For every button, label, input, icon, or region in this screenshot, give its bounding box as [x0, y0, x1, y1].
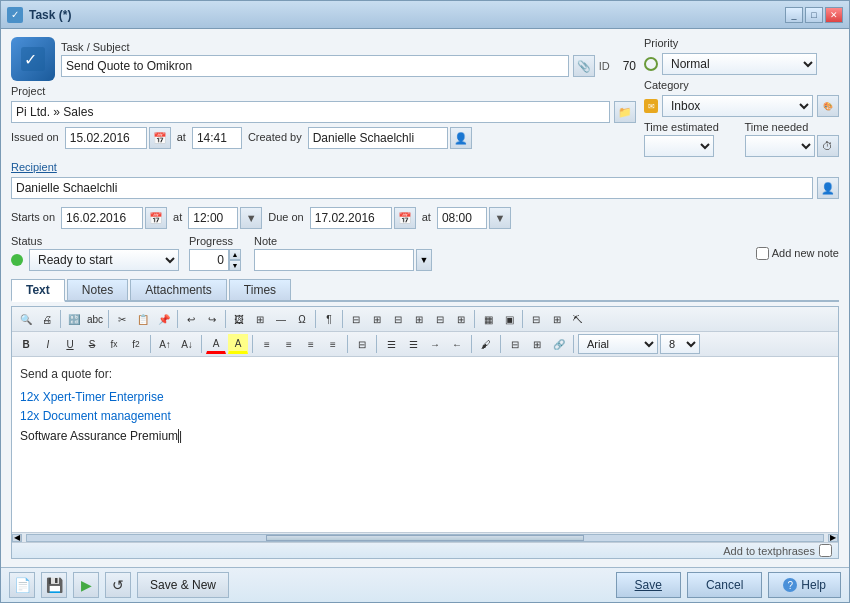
outdent-button[interactable]: ←	[447, 334, 467, 354]
border-icon[interactable]: ▦	[478, 309, 498, 329]
hr-icon[interactable]: —	[271, 309, 291, 329]
run-button[interactable]: ▶	[73, 572, 99, 598]
due-time-input[interactable]	[437, 207, 487, 229]
save-and-new-button[interactable]: Save & New	[137, 572, 229, 598]
table-props-button[interactable]: ⊟	[505, 334, 525, 354]
due-time-picker-button[interactable]: ▼	[489, 207, 511, 229]
scrollbar-thumb[interactable]	[266, 535, 584, 541]
cancel-button[interactable]: Cancel	[687, 572, 762, 598]
minimize-button[interactable]: _	[785, 7, 803, 23]
table-icon[interactable]: ⊞	[250, 309, 270, 329]
copy-icon[interactable]: 📋	[133, 309, 153, 329]
created-by-browse-button[interactable]: 👤	[450, 127, 472, 149]
highlight-button[interactable]: A	[228, 334, 248, 354]
tab-times[interactable]: Times	[229, 279, 291, 300]
cut-icon[interactable]: ✂	[112, 309, 132, 329]
justify-button[interactable]: ≡	[323, 334, 343, 354]
progress-up-button[interactable]: ▲	[229, 249, 241, 260]
print-icon[interactable]: 🖨	[37, 309, 57, 329]
editor-scrollbar[interactable]: ◀ ▶	[12, 532, 838, 542]
clear-icon[interactable]: ⊞	[547, 309, 567, 329]
more-icon[interactable]: ⛏	[568, 309, 588, 329]
starts-time-input[interactable]	[188, 207, 238, 229]
select-all-icon[interactable]: ⊟	[526, 309, 546, 329]
del-col-icon[interactable]: ⊟	[430, 309, 450, 329]
symbol-icon[interactable]: Ω	[292, 309, 312, 329]
status-select[interactable]: Ready to start Not started In progress C…	[29, 249, 179, 271]
spellcheck-icon[interactable]: abc	[85, 309, 105, 329]
subject-action-button[interactable]: 📎	[573, 55, 595, 77]
image-icon[interactable]: 🖼	[229, 309, 249, 329]
textphrases-checkbox[interactable]	[819, 544, 832, 557]
time-estimated-select[interactable]	[644, 135, 714, 157]
time-needed-select[interactable]	[745, 135, 815, 157]
redo-icon[interactable]: ↪	[202, 309, 222, 329]
subscript2-button[interactable]: ⊟	[352, 334, 372, 354]
maximize-button[interactable]: □	[805, 7, 823, 23]
hyperlink-button[interactable]: 🔗	[549, 334, 569, 354]
starts-date-input[interactable]	[61, 207, 143, 229]
font-size-up-button[interactable]: A↑	[155, 334, 175, 354]
progress-input[interactable]	[189, 249, 229, 271]
scroll-left-button[interactable]: ◀	[12, 534, 22, 542]
strikethrough-button[interactable]: S	[82, 334, 102, 354]
find-replace-icon[interactable]: 🔡	[64, 309, 84, 329]
due-date-input[interactable]	[310, 207, 392, 229]
add-note-checkbox[interactable]	[756, 247, 769, 260]
scrollbar-track[interactable]	[26, 534, 824, 542]
task-subject-input[interactable]	[61, 55, 569, 77]
help-button[interactable]: ? Help	[768, 572, 841, 598]
scroll-right-button[interactable]: ▶	[828, 534, 838, 542]
category-select[interactable]: Inbox Work Personal	[662, 95, 813, 117]
superscript-button[interactable]: f2	[126, 334, 146, 354]
cell-props-button[interactable]: ⊞	[527, 334, 547, 354]
close-button[interactable]: ✕	[825, 7, 843, 23]
paste-icon[interactable]: 📌	[154, 309, 174, 329]
add-row-icon[interactable]: ⊞	[409, 309, 429, 329]
font-select[interactable]: Arial Times New Roman	[578, 334, 658, 354]
issued-time-input[interactable]	[192, 127, 242, 149]
project-input[interactable]	[11, 101, 610, 123]
align-right-button[interactable]: ≡	[301, 334, 321, 354]
zoom-icon[interactable]: 🔍	[16, 309, 36, 329]
indent-button[interactable]: →	[425, 334, 445, 354]
columns-icon[interactable]: ⊟	[346, 309, 366, 329]
italic-button[interactable]: I	[38, 334, 58, 354]
font-size-down-button[interactable]: A↓	[177, 334, 197, 354]
category-color-button[interactable]: 🎨	[817, 95, 839, 117]
tab-notes[interactable]: Notes	[67, 279, 128, 300]
font-color-button[interactable]: A	[206, 334, 226, 354]
note-input[interactable]	[254, 249, 414, 271]
save-main-button[interactable]: Save	[616, 572, 681, 598]
add-col-icon[interactable]: ⊞	[451, 309, 471, 329]
fill-icon[interactable]: ▣	[499, 309, 519, 329]
bullet-list-button[interactable]: ☰	[381, 334, 401, 354]
editor-content[interactable]: Send a quote for: 12x Xpert-Timer Enterp…	[12, 357, 838, 532]
align-left-button[interactable]: ≡	[257, 334, 277, 354]
priority-select[interactable]: Normal Low High Urgent	[662, 53, 817, 75]
new-button[interactable]: 📄	[9, 572, 35, 598]
time-action-button[interactable]: ⏱	[817, 135, 839, 157]
tab-text[interactable]: Text	[11, 279, 65, 302]
due-calendar-button[interactable]: 📅	[394, 207, 416, 229]
project-browse-button[interactable]: 📁	[614, 101, 636, 123]
issued-date-input[interactable]	[65, 127, 147, 149]
created-by-input[interactable]	[308, 127, 448, 149]
starts-calendar-button[interactable]: 📅	[145, 207, 167, 229]
starts-time-picker-button[interactable]: ▼	[240, 207, 262, 229]
note-dropdown-button[interactable]: ▼	[416, 249, 432, 271]
recipient-browse-button[interactable]: 👤	[817, 177, 839, 199]
recipient-input[interactable]	[11, 177, 813, 199]
reload-button[interactable]: ↺	[105, 572, 131, 598]
paragraph-icon[interactable]: ¶	[319, 309, 339, 329]
numbered-list-button[interactable]: ☰	[403, 334, 423, 354]
undo-icon[interactable]: ↩	[181, 309, 201, 329]
issued-calendar-button[interactable]: 📅	[149, 127, 171, 149]
underline-button[interactable]: U	[60, 334, 80, 354]
font-size-select[interactable]: 8 10 12 14	[660, 334, 700, 354]
save-button-icon[interactable]: 💾	[41, 572, 67, 598]
text-color-button2[interactable]: 🖌	[476, 334, 496, 354]
tab-attachments[interactable]: Attachments	[130, 279, 227, 300]
subscript-button[interactable]: fx	[104, 334, 124, 354]
bold-button[interactable]: B	[16, 334, 36, 354]
